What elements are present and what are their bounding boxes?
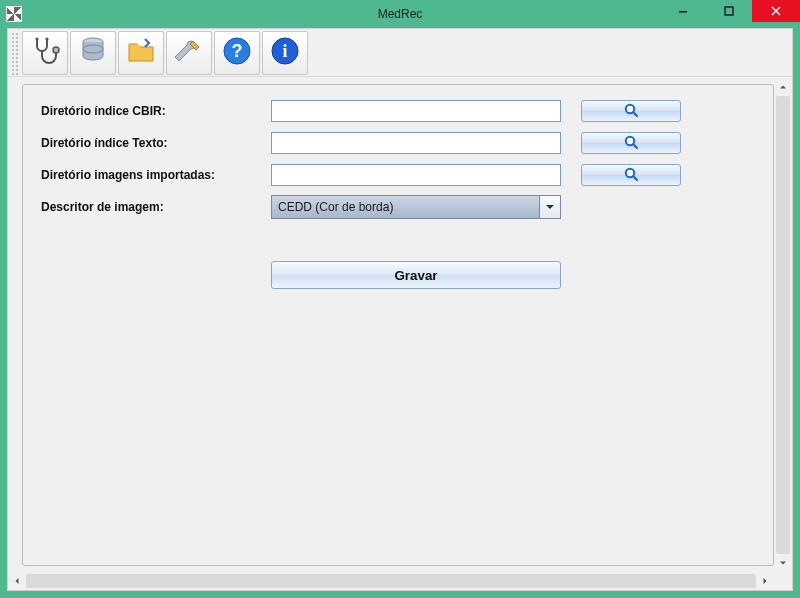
- svg-point-4: [45, 37, 48, 40]
- close-button[interactable]: [752, 0, 800, 22]
- toolbar-folder-button[interactable]: [118, 31, 164, 75]
- save-button[interactable]: Gravar: [271, 261, 561, 289]
- minimize-button[interactable]: [660, 0, 706, 22]
- scroll-down-button[interactable]: [774, 554, 792, 572]
- content-viewport: Diretório índice CBIR: Diretório índice …: [8, 78, 774, 572]
- window-controls: [660, 0, 800, 22]
- label-text-dir: Diretório índice Texto:: [41, 136, 271, 150]
- scroll-right-button[interactable]: [756, 572, 774, 590]
- app-window: MedRec: [0, 0, 800, 598]
- label-cbir-dir: Diretório índice CBIR:: [41, 104, 271, 118]
- scroll-up-button[interactable]: [774, 78, 792, 96]
- toolbar-database-button[interactable]: [70, 31, 116, 75]
- save-row: Gravar: [41, 261, 755, 289]
- h-scroll-thumb[interactable]: [26, 574, 756, 588]
- stethoscope-icon: [29, 35, 61, 70]
- search-icon: [623, 166, 639, 185]
- client-area: ? i Diretório índice CBIR:: [7, 28, 793, 591]
- svg-rect-1: [725, 7, 733, 15]
- row-descriptor: Descritor de imagem: CEDD (Cor de borda): [41, 195, 755, 219]
- svg-text:?: ?: [232, 41, 243, 61]
- v-scroll-thumb[interactable]: [776, 96, 790, 554]
- scroll-corner: [774, 572, 792, 590]
- horizontal-scrollbar[interactable]: [8, 572, 774, 590]
- svg-point-2: [53, 47, 59, 53]
- work-area: Diretório índice CBIR: Diretório índice …: [8, 78, 792, 590]
- folder-icon: [125, 35, 157, 70]
- tools-icon: [173, 35, 205, 70]
- svg-text:i: i: [282, 41, 287, 61]
- row-text-dir: Diretório índice Texto:: [41, 131, 755, 155]
- maximize-button[interactable]: [706, 0, 752, 22]
- search-icon: [623, 102, 639, 121]
- h-scroll-track[interactable]: [26, 572, 756, 590]
- info-icon: i: [269, 35, 301, 70]
- browse-imported-button[interactable]: [581, 164, 681, 186]
- help-icon: ?: [221, 35, 253, 70]
- svg-rect-0: [679, 11, 687, 13]
- search-icon: [623, 134, 639, 153]
- svg-point-3: [35, 37, 38, 40]
- toolbar-grip: [10, 31, 20, 75]
- svg-line-13: [633, 112, 637, 116]
- toolbar-stethoscope-button[interactable]: [22, 31, 68, 75]
- settings-panel: Diretório índice CBIR: Diretório índice …: [22, 84, 774, 566]
- v-scroll-track[interactable]: [774, 96, 792, 554]
- chevron-down-icon[interactable]: [539, 195, 561, 219]
- app-icon: [6, 6, 22, 22]
- label-descriptor: Descritor de imagem:: [41, 200, 271, 214]
- input-text-dir[interactable]: [271, 132, 561, 154]
- svg-line-17: [633, 176, 637, 180]
- input-imported-dir[interactable]: [271, 164, 561, 186]
- titlebar: MedRec: [0, 0, 800, 28]
- row-cbir-dir: Diretório índice CBIR:: [41, 99, 755, 123]
- toolbar-info-button[interactable]: i: [262, 31, 308, 75]
- vertical-scrollbar[interactable]: [774, 78, 792, 572]
- descriptor-combobox[interactable]: CEDD (Cor de borda): [271, 195, 561, 219]
- descriptor-selected: CEDD (Cor de borda): [271, 195, 561, 219]
- label-imported-dir: Diretório imagens importadas:: [41, 168, 271, 182]
- row-imported-dir: Diretório imagens importadas:: [41, 163, 755, 187]
- scroll-left-button[interactable]: [8, 572, 26, 590]
- browse-cbir-button[interactable]: [581, 100, 681, 122]
- database-icon: [77, 35, 109, 70]
- browse-text-button[interactable]: [581, 132, 681, 154]
- toolbar-tools-button[interactable]: [166, 31, 212, 75]
- toolbar: ? i: [8, 29, 792, 77]
- input-cbir-dir[interactable]: [271, 100, 561, 122]
- toolbar-help-button[interactable]: ?: [214, 31, 260, 75]
- svg-line-15: [633, 144, 637, 148]
